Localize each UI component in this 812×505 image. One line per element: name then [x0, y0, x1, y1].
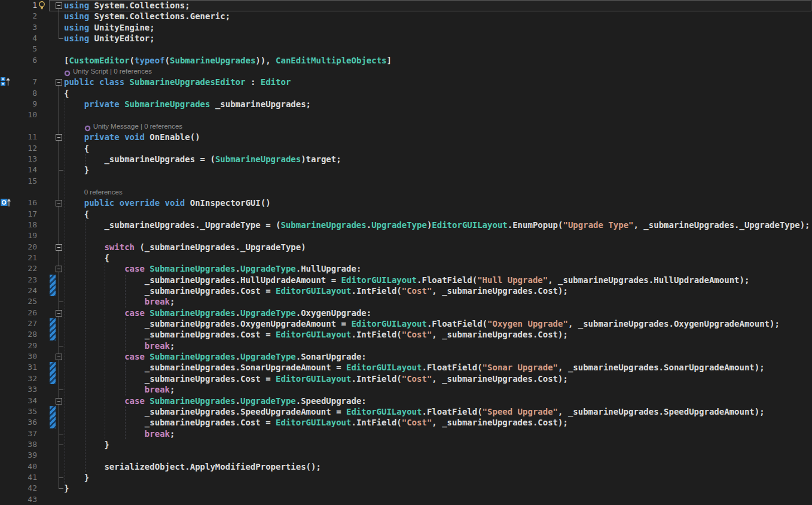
line-number[interactable]: 8 [0, 88, 37, 99]
code-line[interactable]: 37 break; [0, 428, 812, 440]
line-number[interactable]: 9 [0, 99, 37, 109]
code-line[interactable]: 13 _submarineUpgrades = (SubmarineUpgrad… [0, 154, 812, 165]
code-line[interactable]: 14 } [0, 165, 812, 176]
inherited-class-icon[interactable] [1, 77, 11, 89]
change-bar[interactable] [50, 318, 56, 329]
code-line[interactable]: 36 _submarineUpgrades.Cost = EditorGUILa… [0, 417, 812, 428]
line-number[interactable]: 19 [0, 230, 37, 241]
code-line[interactable]: 15 [0, 176, 812, 187]
line-number[interactable]: 35 [0, 406, 37, 417]
code-line[interactable]: 38 } [0, 439, 812, 451]
line-number[interactable]: 22 [0, 263, 37, 274]
line-number[interactable]: 13 [0, 154, 37, 165]
code-line[interactable]: 7public class SubmarineUpgradesEditor : … [0, 77, 812, 88]
code-line[interactable]: 6[CustomEditor(typeof(SubmarineUpgrades)… [0, 55, 812, 66]
line-number[interactable]: 40 [0, 461, 37, 472]
fold-toggle[interactable] [56, 266, 62, 272]
code-line[interactable]: 1using System.Collections; [0, 0, 812, 11]
line-number[interactable]: 10 [0, 109, 37, 120]
change-bar[interactable] [50, 406, 56, 417]
fold-toggle[interactable] [56, 244, 62, 251]
line-number[interactable]: 21 [0, 252, 37, 263]
fold-toggle[interactable] [56, 310, 62, 317]
code-line[interactable]: 9 private SubmarineUpgrades _submarineUp… [0, 99, 812, 110]
references-link[interactable]: Unity Message | 0 references [93, 121, 182, 131]
line-number[interactable]: 27 [0, 318, 37, 329]
code-line[interactable]: 12 { [0, 143, 812, 154]
code-line[interactable]: 39 [0, 450, 812, 461]
code-line[interactable]: 40 serializedObject.ApplyModifiedPropert… [0, 461, 812, 473]
line-number[interactable]: 34 [0, 396, 37, 406]
line-number[interactable]: 38 [0, 439, 37, 450]
change-bar[interactable] [50, 362, 56, 373]
line-number[interactable]: 11 [0, 132, 37, 142]
line-number[interactable]: 4 [0, 33, 37, 44]
code-line[interactable]: 23 _submarineUpgrades.HullUpdradeAmount … [0, 275, 812, 286]
line-number[interactable]: 1 [0, 0, 37, 11]
code-line[interactable]: 42} [0, 483, 812, 494]
code-line[interactable]: 35 _submarineUpgrades.SpeedUpgradeAmount… [0, 406, 812, 418]
fold-toggle[interactable] [56, 2, 62, 9]
code-line[interactable]: 18 _submarineUpgrades._UpgradeType = (Su… [0, 220, 812, 231]
code-line[interactable]: 43 [0, 494, 812, 505]
lightbulb-icon[interactable] [38, 1, 46, 13]
line-number[interactable]: 28 [0, 329, 37, 340]
code-line[interactable]: 31 _submarineUpgrades.SonarUpgradeAmount… [0, 362, 812, 373]
code-line[interactable]: 28 _submarineUpgrades.Cost = EditorGUILa… [0, 329, 812, 340]
line-number[interactable]: 12 [0, 143, 37, 154]
line-number[interactable]: 31 [0, 362, 37, 373]
codelens[interactable]: Unity Script | 0 references [0, 66, 812, 77]
line-number[interactable]: 14 [0, 165, 37, 175]
line-number[interactable]: 26 [0, 308, 37, 318]
code-line[interactable]: 27 _submarineUpgrades.OxygenUpgradeAmoun… [0, 318, 812, 330]
line-number[interactable]: 42 [0, 483, 37, 494]
line-number[interactable]: 25 [0, 296, 37, 307]
line-number[interactable]: 6 [0, 55, 37, 66]
code-line[interactable]: 25 break; [0, 296, 812, 308]
code-line[interactable]: 24 _submarineUpgrades.Cost = EditorGUILa… [0, 285, 812, 297]
codelens[interactable]: 0 references [0, 187, 812, 198]
code-line[interactable]: 33 break; [0, 384, 812, 396]
line-number[interactable]: 32 [0, 373, 37, 384]
line-number[interactable]: 3 [0, 22, 37, 33]
code-line[interactable]: 8{ [0, 88, 812, 99]
code-line[interactable]: 17 { [0, 209, 812, 220]
code-line[interactable]: 10 [0, 109, 812, 121]
fold-toggle[interactable] [56, 79, 62, 86]
line-number[interactable]: 33 [0, 384, 37, 395]
code-line[interactable]: 2using System.Collections.Generic; [0, 11, 812, 22]
change-bar[interactable] [50, 275, 56, 285]
code-line[interactable]: 32 _submarineUpgrades.Cost = EditorGUILa… [0, 373, 812, 385]
change-bar[interactable] [50, 373, 56, 384]
code-line[interactable]: 26 case SubmarineUpgrades.UpgradeType.Ox… [0, 308, 812, 319]
code-line[interactable]: 19 [0, 230, 812, 242]
line-number[interactable]: 23 [0, 275, 37, 285]
code-line[interactable]: 11 private void OnEnable() [0, 132, 812, 143]
code-line[interactable]: 16 public override void OnInspectorGUI() [0, 197, 812, 209]
line-number[interactable]: 37 [0, 428, 37, 439]
code-line[interactable]: 41 } [0, 472, 812, 483]
line-number[interactable]: 39 [0, 450, 37, 461]
references-link[interactable]: Unity Script | 0 references [73, 66, 152, 76]
line-number[interactable]: 18 [0, 220, 37, 230]
line-number[interactable]: 24 [0, 285, 37, 296]
code-editor[interactable]: 1using System.Collections;2using System.… [0, 0, 812, 505]
code-line[interactable]: 5 [0, 44, 812, 55]
references-link[interactable]: 0 references [84, 187, 123, 197]
code-line[interactable]: 3using UnityEngine; [0, 22, 812, 34]
line-number[interactable]: 5 [0, 44, 37, 54]
change-bar[interactable] [50, 417, 56, 428]
code-line[interactable]: 21 { [0, 252, 812, 264]
codelens[interactable]: Unity Message | 0 references [0, 121, 812, 132]
change-bar[interactable] [50, 329, 56, 340]
change-bar[interactable] [50, 285, 56, 296]
line-number[interactable]: 36 [0, 417, 37, 428]
line-number[interactable]: 43 [0, 494, 37, 505]
code-line[interactable]: 20 switch (_submarineUpgrades._UpgradeTy… [0, 242, 812, 253]
code-line[interactable]: 29 break; [0, 340, 812, 352]
fold-toggle[interactable] [56, 200, 62, 206]
line-number[interactable]: 30 [0, 351, 37, 362]
fold-toggle[interactable] [56, 398, 62, 404]
code-line[interactable]: 34 case SubmarineUpgrades.UpgradeType.Sp… [0, 396, 812, 407]
line-number[interactable]: 20 [0, 242, 37, 252]
